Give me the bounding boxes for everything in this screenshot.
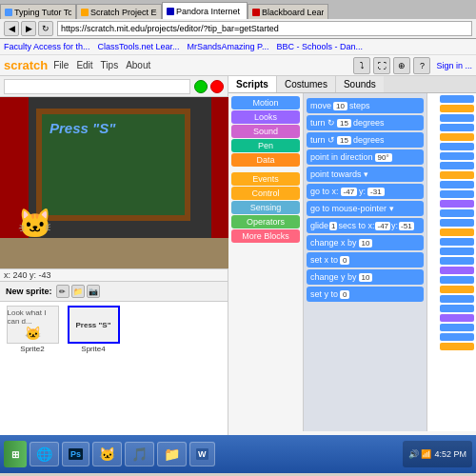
bookmark-2[interactable]: ClassTools.net Lear...	[98, 42, 180, 51]
cat-motion[interactable]: Motion	[231, 96, 300, 109]
tab-scratch[interactable]: Scratch Project Edit...	[76, 4, 162, 19]
block-go-to-mouse[interactable]: go to mouse-pointer ▾	[307, 201, 424, 216]
tab-pandora[interactable]: Pandora Internet Ra...	[162, 2, 248, 19]
new-sprite-label: New sprite:	[6, 287, 52, 296]
nav-back[interactable]: ◀	[4, 21, 19, 36]
block-point-towards[interactable]: point towards ▾	[307, 167, 424, 182]
ws-block-16[interactable]	[440, 238, 474, 246]
ws-block-4[interactable]	[440, 124, 474, 131]
ws-block-10[interactable]	[440, 181, 474, 188]
cat-sensing[interactable]: Sensing	[231, 201, 300, 214]
ws-block-7[interactable]	[440, 152, 474, 160]
ws-block-5[interactable]	[440, 133, 474, 141]
start-button[interactable]: ⊞	[4, 441, 27, 467]
scripts-workspace[interactable]	[426, 93, 476, 431]
bookmark-3[interactable]: MrSandsAmazing P...	[188, 42, 269, 51]
ws-block-8[interactable]	[440, 162, 474, 169]
sprite-item-2[interactable]: Look what I can d... 🐱 Sprite2	[4, 306, 61, 353]
ws-block-21[interactable]	[440, 286, 474, 293]
nav-refresh[interactable]: ↻	[38, 21, 53, 36]
ws-block-14[interactable]	[440, 219, 474, 227]
menu-edit[interactable]: Edit	[76, 60, 92, 70]
bookmark-4[interactable]: BBC - Schools - Dan...	[276, 42, 363, 51]
taskbar-photoshop[interactable]: Ps	[62, 442, 89, 466]
stage-canvas[interactable]: Press "S" 🐱	[0, 97, 228, 268]
tab-favicon-bb	[252, 9, 260, 16]
signin-button[interactable]: Sign in ...	[436, 61, 472, 70]
ws-block-27[interactable]	[440, 343, 474, 350]
cat-operators[interactable]: Operators	[231, 215, 300, 228]
cat-looks[interactable]: Looks	[231, 110, 300, 124]
toolbar-help-icon[interactable]: ?	[413, 57, 430, 74]
address-bar: ◀ ▶ ↻	[0, 19, 476, 39]
ws-block-19[interactable]	[440, 267, 474, 274]
block-change-y[interactable]: change y by 10	[307, 269, 424, 285]
tab-sounds[interactable]: Sounds	[336, 76, 384, 92]
ws-block-18[interactable]	[440, 257, 474, 265]
tab-typing-tutor[interactable]: Typing Tutor Tool -	[0, 4, 76, 19]
ws-block-6[interactable]	[440, 143, 474, 150]
taskbar-media[interactable]: 🎵	[125, 442, 154, 466]
toolbar-zoom-icon[interactable]: ⊕	[393, 57, 410, 74]
tab-favicon-pandora	[167, 8, 174, 15]
ws-block-2[interactable]	[440, 105, 474, 112]
taskbar-ie[interactable]: 🌐	[30, 442, 59, 466]
ws-block-13[interactable]	[440, 209, 474, 217]
taskbar-word[interactable]: W	[189, 442, 215, 466]
block-glide[interactable]: glide 1 secs to x:-47 y:-51	[307, 218, 424, 233]
toolbar-full-icon[interactable]: ⛶	[373, 57, 390, 74]
ws-block-24[interactable]	[440, 314, 474, 322]
menu-about[interactable]: About	[126, 60, 150, 70]
block-change-x[interactable]: change x by 10	[307, 235, 424, 250]
record-red-btn[interactable]	[210, 80, 224, 93]
block-turn-cw[interactable]: turn ↻ 15 degrees	[307, 115, 424, 130]
block-go-to-xy[interactable]: go to x:-47 y:-31	[307, 184, 424, 199]
block-turn-ccw[interactable]: turn ↺ 15 degrees	[307, 132, 424, 148]
ws-block-1[interactable]	[440, 95, 474, 103]
block-set-y[interactable]: set y to 0	[307, 287, 424, 302]
cat-events[interactable]: Events	[231, 172, 300, 186]
taskbar-folder[interactable]: 📁	[157, 442, 187, 466]
address-input[interactable]	[57, 21, 472, 36]
ws-block-25[interactable]	[440, 324, 474, 331]
ws-block-26[interactable]	[440, 333, 474, 341]
sprite-thumb-4[interactable]: Press "S"	[68, 306, 120, 344]
ws-block-22[interactable]	[440, 295, 474, 303]
block-point-direction[interactable]: point in direction 90°	[307, 149, 424, 165]
tab-costumes[interactable]: Costumes	[277, 76, 336, 92]
stage-area: Press "S" 🐱 x: 240 y: -43 New sprite: ✏ …	[0, 76, 228, 435]
ws-block-12[interactable]	[440, 200, 474, 208]
tab-blackboard[interactable]: Blackboard Learn	[248, 4, 328, 19]
sprite-camera-icon[interactable]: 📷	[87, 285, 100, 298]
record-green-btn[interactable]	[194, 80, 208, 93]
nav-forward[interactable]: ▶	[21, 21, 36, 36]
stage-press-s-label: Press "S"	[50, 120, 115, 136]
stage-search-input[interactable]	[4, 79, 190, 94]
ws-block-17[interactable]	[440, 248, 474, 255]
toolbar-icons: ⤵ ⛶ ⊕ ?	[353, 57, 430, 74]
tab-scripts[interactable]: Scripts	[228, 76, 277, 92]
sprite-thumb-2[interactable]: Look what I can d... 🐱	[7, 306, 59, 344]
menu-tips[interactable]: Tips	[101, 60, 119, 70]
ws-block-11[interactable]	[440, 190, 474, 198]
menu-file[interactable]: File	[53, 60, 69, 70]
ws-block-9[interactable]	[440, 171, 474, 179]
ws-block-20[interactable]	[440, 276, 474, 284]
stage-cat-sprite[interactable]: 🐱	[17, 207, 52, 240]
ws-block-3[interactable]	[440, 114, 474, 122]
toolbar-copy-icon[interactable]: ⤵	[353, 57, 370, 74]
sprite-folder-icon[interactable]: 📁	[71, 285, 85, 298]
ws-block-23[interactable]	[440, 305, 474, 312]
sprite-paint-icon[interactable]: ✏	[56, 285, 69, 298]
block-move[interactable]: move 10 steps	[307, 98, 424, 113]
cat-sound[interactable]: Sound	[231, 125, 300, 138]
taskbar-scratch[interactable]: 🐱	[92, 442, 122, 466]
ws-block-15[interactable]	[440, 228, 474, 236]
bookmark-1[interactable]: Faculty Access for th...	[4, 42, 90, 51]
cat-pen[interactable]: Pen	[231, 139, 300, 152]
block-set-x[interactable]: set x to 0	[307, 252, 424, 268]
cat-control[interactable]: Control	[231, 187, 300, 200]
cat-data[interactable]: Data	[231, 153, 300, 167]
cat-more-blocks[interactable]: More Blocks	[231, 229, 300, 243]
sprite-item-4[interactable]: Press "S" Sprite4	[65, 306, 122, 353]
